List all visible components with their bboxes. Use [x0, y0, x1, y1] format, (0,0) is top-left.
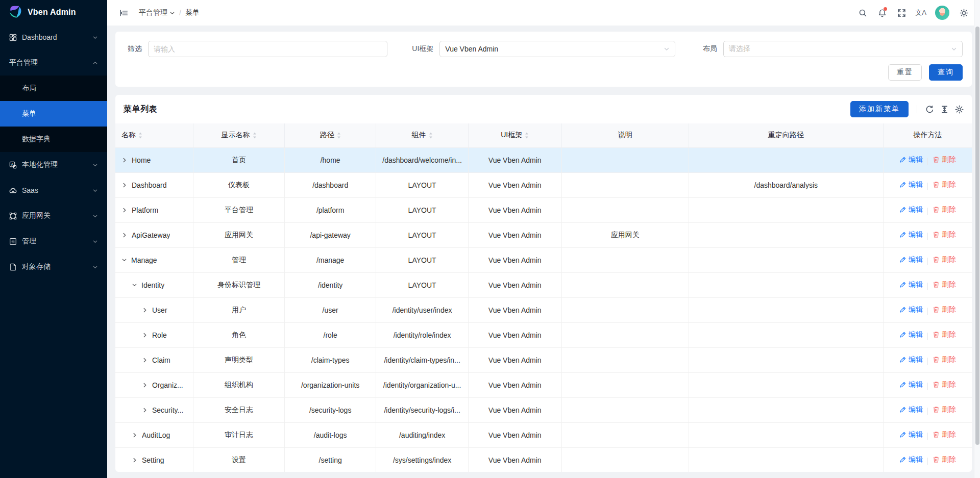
tree-expand-icon[interactable]: [142, 407, 148, 413]
table-row[interactable]: Identity身份标识管理/identityLAYOUTVue Vben Ad…: [115, 272, 972, 297]
edit-link[interactable]: 编辑: [899, 155, 923, 164]
edit-link[interactable]: 编辑: [899, 405, 923, 414]
delete-link[interactable]: 删除: [933, 430, 956, 439]
search-icon[interactable]: [854, 5, 871, 21]
filter-card: 筛选UI框架Vue Vben Admin布局请选择 重置 查询: [115, 32, 972, 87]
page-scrollbar[interactable]: [974, 0, 980, 478]
column-header: UI框架: [468, 123, 561, 147]
edit-link[interactable]: 编辑: [899, 180, 923, 189]
sidebar-item-menu[interactable]: 菜单: [0, 101, 107, 127]
table-row[interactable]: ApiGateway应用网关/api-gatewayLAYOUTVue Vben…: [115, 222, 972, 247]
table-row[interactable]: User用户/user/identity/user/indexVue Vben …: [115, 297, 972, 322]
edit-link[interactable]: 编辑: [899, 330, 923, 339]
table-row[interactable]: Organiz...组织机构/organization-units/identi…: [115, 372, 972, 397]
translate-icon[interactable]: 文A: [913, 5, 929, 21]
sidebar-item-dashboard[interactable]: Dashboard: [0, 24, 107, 50]
sidebar-item-layout[interactable]: 布局: [0, 76, 107, 101]
ui-framework-select[interactable]: Vue Vben Admin: [439, 41, 675, 57]
sidebar-item-dictionary[interactable]: 数据字典: [0, 127, 107, 152]
sidebar-item-manage[interactable]: 管理: [0, 229, 107, 254]
table-row[interactable]: AuditLog审计日志/audit-logs/auditing/indexVu…: [115, 422, 972, 447]
cell-ui-framework: Vue Vben Admin: [468, 422, 561, 447]
table-row[interactable]: Security...安全日志/security-logs/identity/s…: [115, 397, 972, 422]
sort-icon[interactable]: [337, 132, 341, 139]
filter-keyword-input[interactable]: [148, 41, 387, 57]
tree-expand-icon[interactable]: [142, 332, 148, 338]
delete-link[interactable]: 删除: [933, 455, 956, 464]
layout-select-value: 请选择: [729, 44, 750, 54]
column-settings-icon[interactable]: [955, 105, 964, 114]
add-menu-button[interactable]: 添加新菜单: [850, 101, 909, 117]
breadcrumb-item[interactable]: 菜单: [185, 8, 200, 17]
table-row[interactable]: Platform平台管理/platformLAYOUTVue Vben Admi…: [115, 197, 972, 222]
table-row[interactable]: Role角色/role/identity/role/indexVue Vben …: [115, 322, 972, 347]
tree-expand-icon[interactable]: [132, 282, 137, 288]
cell-name: AuditLog: [115, 422, 193, 447]
app-logo[interactable]: Vben Admin: [0, 0, 107, 24]
scrollbar-thumb[interactable]: [975, 27, 979, 445]
tree-expand-icon[interactable]: [121, 257, 127, 263]
notification-bell-icon[interactable]: [874, 5, 890, 21]
delete-link[interactable]: 删除: [933, 405, 956, 414]
edit-link[interactable]: 编辑: [899, 430, 923, 439]
edit-link[interactable]: 编辑: [899, 380, 923, 389]
delete-link[interactable]: 删除: [933, 280, 956, 289]
row-height-icon[interactable]: [940, 105, 949, 114]
delete-link[interactable]: 删除: [933, 380, 956, 389]
edit-link[interactable]: 编辑: [899, 455, 923, 464]
table-row[interactable]: Home首页/home/dashboard/welcome/in...Vue V…: [115, 147, 972, 172]
menu-table: 名称显示名称路径组件UI框架说明重定向路径操作方法 Home首页/home/da…: [115, 123, 972, 472]
sidebar-item-platform[interactable]: 平台管理: [0, 50, 107, 76]
edit-link[interactable]: 编辑: [899, 355, 923, 364]
column-header-label: 显示名称: [222, 131, 250, 140]
cell-ui-framework: Vue Vben Admin: [468, 197, 561, 222]
edit-link[interactable]: 编辑: [899, 255, 923, 264]
sidebar-item-api-gateway[interactable]: 应用网关: [0, 203, 107, 229]
tree-expand-icon[interactable]: [142, 382, 148, 388]
sort-icon[interactable]: [138, 132, 142, 139]
delete-link[interactable]: 删除: [933, 305, 956, 314]
sidebar-item-localization[interactable]: A本地化管理: [0, 152, 107, 178]
tree-expand-icon[interactable]: [142, 357, 148, 363]
edit-link[interactable]: 编辑: [899, 205, 923, 214]
delete-link[interactable]: 删除: [933, 230, 956, 239]
query-button[interactable]: 查询: [929, 64, 963, 81]
delete-link[interactable]: 删除: [933, 155, 956, 164]
table-row[interactable]: Setting设置/setting/sys/settings/indexVue …: [115, 447, 972, 472]
edit-link[interactable]: 编辑: [899, 305, 923, 314]
tree-expand-icon[interactable]: [142, 307, 148, 313]
table-row[interactable]: Claim声明类型/claim-types/identity/claim-typ…: [115, 347, 972, 372]
cell-actions: 编辑删除: [883, 347, 972, 372]
sort-icon[interactable]: [429, 132, 433, 139]
refresh-icon[interactable]: [925, 105, 934, 114]
tree-expand-icon[interactable]: [121, 207, 128, 213]
layout-select[interactable]: 请选择: [723, 41, 963, 57]
table-row[interactable]: Manage管理/manageLAYOUTVue Vben Admin编辑删除: [115, 247, 972, 272]
table-row[interactable]: Dashboard仪表板/dashboardLAYOUTVue Vben Adm…: [115, 172, 972, 197]
tree-expand-icon[interactable]: [121, 182, 128, 188]
tree-expand-icon[interactable]: [121, 157, 128, 163]
fullscreen-icon[interactable]: [893, 5, 910, 21]
edit-link[interactable]: 编辑: [899, 230, 923, 239]
sidebar-item-saas[interactable]: Saas: [0, 178, 107, 203]
tree-expand-icon[interactable]: [121, 232, 128, 238]
reset-button[interactable]: 重置: [888, 64, 922, 81]
cell-name: User: [115, 297, 193, 322]
delete-link[interactable]: 删除: [933, 255, 956, 264]
user-avatar[interactable]: [935, 6, 949, 20]
breadcrumb-item[interactable]: 平台管理: [139, 8, 175, 17]
tree-expand-icon[interactable]: [132, 432, 138, 438]
edit-link[interactable]: 编辑: [899, 280, 923, 289]
sort-icon[interactable]: [253, 132, 257, 139]
delete-link[interactable]: 删除: [933, 180, 956, 189]
delete-link[interactable]: 删除: [933, 355, 956, 364]
sort-icon[interactable]: [525, 132, 529, 139]
collapse-sidebar-icon[interactable]: [115, 5, 132, 21]
settings-gear-icon[interactable]: [955, 5, 972, 21]
trash-icon: [933, 206, 940, 213]
pencil-icon: [899, 206, 906, 213]
sidebar-item-object-storage[interactable]: 对象存储: [0, 254, 107, 280]
delete-link[interactable]: 删除: [933, 330, 956, 339]
delete-link[interactable]: 删除: [933, 205, 956, 214]
tree-expand-icon[interactable]: [132, 457, 138, 463]
